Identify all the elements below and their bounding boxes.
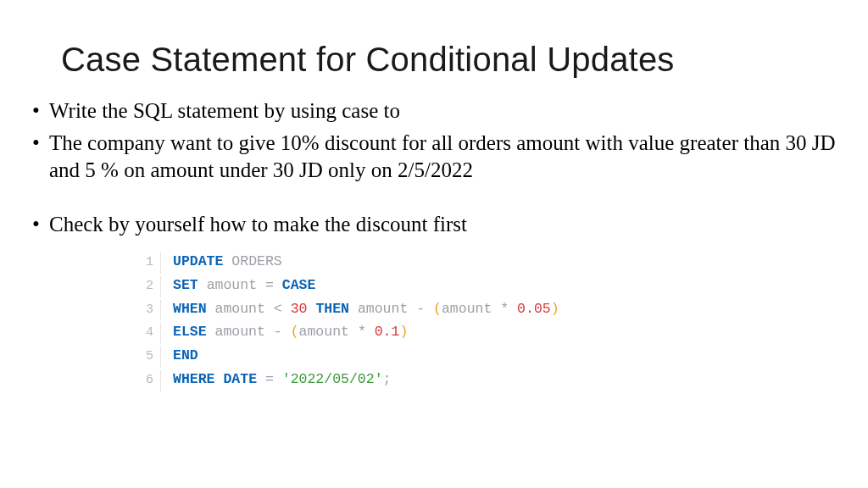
line-number: 6 bbox=[139, 370, 161, 391]
line-number: 5 bbox=[139, 347, 161, 368]
code-line: 6 WHERE DATE = '2022/05/02'; bbox=[139, 368, 843, 391]
line-number: 1 bbox=[139, 252, 161, 274]
slide-title: Case Statement for Conditional Updates bbox=[61, 41, 843, 79]
bullet-list: Write the SQL statement by using case to… bbox=[25, 97, 843, 238]
code-line: 1 UPDATE ORDERS bbox=[139, 250, 843, 274]
line-number: 3 bbox=[139, 300, 161, 321]
list-item: Check by yourself how to make the discou… bbox=[25, 211, 843, 238]
code-content: END bbox=[173, 344, 198, 367]
list-item: Write the SQL statement by using case to bbox=[25, 97, 843, 125]
code-content: WHERE DATE = '2022/05/02'; bbox=[173, 368, 391, 391]
code-content: ELSE amount - (amount * 0.1) bbox=[173, 320, 408, 343]
code-block: 1 UPDATE ORDERS 2 SET amount = CASE 3 WH… bbox=[139, 250, 843, 391]
slide: Case Statement for Conditional Updates W… bbox=[0, 0, 868, 391]
line-number: 4 bbox=[139, 323, 161, 344]
list-item: The company want to give 10% discount fo… bbox=[25, 130, 843, 184]
code-line: 4 ELSE amount - (amount * 0.1) bbox=[139, 320, 843, 344]
code-line: 5 END bbox=[139, 344, 843, 368]
code-line: 2 SET amount = CASE bbox=[139, 274, 843, 297]
code-line: 3 WHEN amount < 30 THEN amount - (amount… bbox=[139, 297, 843, 321]
code-content: WHEN amount < 30 THEN amount - (amount *… bbox=[173, 297, 559, 320]
line-number: 2 bbox=[139, 276, 161, 297]
code-content: SET amount = CASE bbox=[173, 274, 315, 297]
code-content: UPDATE ORDERS bbox=[173, 250, 282, 273]
